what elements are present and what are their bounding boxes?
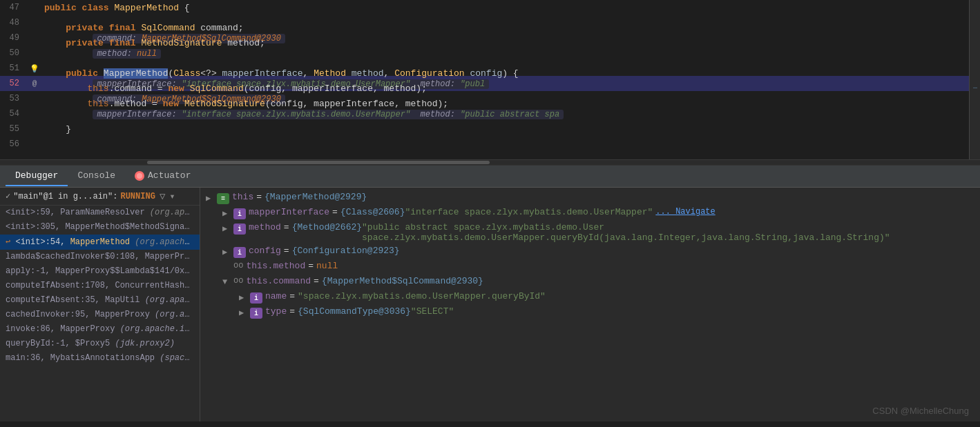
frame-item-9[interactable]: invoke:86, MapperProxy (org.apache.ibati…: [0, 322, 200, 337]
tab-debugger-label: Debugger: [15, 170, 58, 181]
var-value-type-ref: {SqlCommandType@3036}: [298, 306, 411, 317]
tab-console[interactable]: Console: [68, 166, 125, 186]
frame-item-1[interactable]: <init>:59, ParamNameResolver (org.apache…: [0, 206, 200, 220]
var-name-type: type: [265, 306, 287, 317]
var-name-mapperInterface: mapperInterface: [249, 207, 329, 217]
var-icon-this: =: [217, 193, 229, 204]
var-name-this: this: [232, 192, 253, 202]
tab-console-label: Console: [77, 170, 115, 181]
frame-item-6[interactable]: computeIfAbsent:1708, ConcurrentHashMa.: [0, 279, 200, 293]
var-row-this-method[interactable]: ▶ oo this.method = null: [200, 259, 980, 275]
var-value-type-str: "SELECT": [411, 306, 454, 317]
var-icon-type: i: [250, 308, 262, 319]
expand-icon-method[interactable]: ▶: [222, 222, 233, 234]
var-value-method: {Method@2662}: [292, 222, 362, 232]
horizontal-scrollbar[interactable]: [0, 159, 980, 165]
var-icon-mapperInterface: i: [233, 208, 246, 219]
expand-icon-config[interactable]: ▶: [222, 246, 233, 257]
var-icon-name: i: [250, 292, 262, 304]
var-row-name[interactable]: ▶ i name = "space.zlyx.mybatis.demo.User…: [200, 290, 980, 305]
panel-tabs: Debugger Console Actuator: [0, 166, 980, 188]
var-value-config: {Configuration@2923}: [292, 246, 400, 256]
bottom-panel: Debugger Console Actuator ✓ "main"@1 in …: [0, 166, 980, 421]
expand-icon-this[interactable]: ▶: [206, 192, 217, 203]
var-value-this-command: {MapperMethod$SqlCommand@2930}: [322, 276, 483, 286]
var-value-mapperInterface: {Class@2606}: [340, 207, 405, 217]
arrow-down-icon[interactable]: ▾: [169, 190, 175, 202]
var-icon-config: i: [233, 247, 246, 258]
code-line-55: 55 }: [0, 121, 980, 137]
frames-panel: ✓ "main"@1 in g...ain": RUNNING ▽ ▾ <ini…: [0, 188, 200, 421]
expand-icon-name[interactable]: ▶: [239, 291, 250, 303]
navigate-link-mapperInterface[interactable]: ... Navigate: [655, 207, 715, 217]
code-line-50: 50 private final MethodSignature method;…: [0, 46, 980, 61]
frame-item-11[interactable]: main:36, MybatisAnnotationsApp (space.zl…: [0, 351, 200, 366]
frame-item-4[interactable]: lambda$cachedInvoker$0:108, MapperPro.: [0, 250, 200, 264]
var-value-this: {MapperMethod@2929}: [265, 192, 367, 202]
var-value-name: "space.zlyx.mybatis.demo.UserMapper.quer…: [298, 291, 546, 301]
tab-actuator[interactable]: Actuator: [125, 166, 200, 186]
expand-icon-type[interactable]: ▶: [239, 306, 250, 318]
var-row-mapperInterface[interactable]: ▶ i mapperInterface = {Class@2606} "inte…: [200, 206, 980, 221]
tab-debugger[interactable]: Debugger: [6, 166, 68, 186]
frames-header: ✓ "main"@1 in g...ain": RUNNING ▽ ▾: [0, 188, 200, 206]
watermark: CSDN @MichelleChung: [872, 406, 969, 416]
frame-item-10[interactable]: queryById:-1, $Proxy5 (jdk.proxy2): [0, 337, 200, 351]
oo-prefix-2: oo: [233, 276, 243, 286]
code-line-54: 54 this.method = new MethodSignature(con…: [0, 106, 980, 121]
var-value-this-method: null: [316, 261, 338, 271]
var-icon-method: i: [233, 224, 246, 235]
code-line-47: 47 public class MapperMethod {: [0, 0, 980, 15]
frame-item-7[interactable]: computeIfAbsent:35, MapUtil (org.apache.…: [0, 293, 200, 308]
expand-icon-this-command[interactable]: ▼: [222, 276, 233, 287]
thread-name: "main"@1 in g...ain":: [13, 192, 117, 201]
panel-body: ✓ "main"@1 in g...ain": RUNNING ▽ ▾ <ini…: [0, 188, 980, 421]
expand-icon-mapperInterface[interactable]: ▶: [222, 207, 233, 219]
var-row-this-command[interactable]: ▼ oo this.command = {MapperMethod$SqlCom…: [200, 275, 980, 290]
var-name-config: config: [249, 246, 281, 256]
var-string-mapperInterface: "interface space.zlyx.mybatis.demo.UserM…: [405, 207, 653, 217]
thread-label: ✓ "main"@1 in g...ain": RUNNING: [6, 191, 155, 201]
running-badge: RUNNING: [120, 192, 155, 201]
check-icon: ✓: [6, 191, 10, 201]
var-name-this-method: this.method: [246, 261, 305, 271]
frame-item-8[interactable]: cachedInvoker:95, MapperProxy (org.apach…: [0, 308, 200, 322]
var-string-method: "public abstract space.zlyx.mybatis.demo…: [362, 222, 974, 243]
vars-panel: ▶ = this = {MapperMethod@2929} ▶ i mappe…: [200, 188, 980, 421]
oo-prefix-1: oo: [233, 261, 243, 270]
actuator-icon: [135, 171, 144, 181]
code-line-56: 56: [0, 137, 980, 152]
var-row-type[interactable]: ▶ i type = {SqlCommandType@3036} "SELECT…: [200, 305, 980, 320]
code-lines: 47 public class MapperMethod { 48 49 pri…: [0, 0, 980, 152]
frame-item-3[interactable]: ↩ <init>:54, MapperMethod (org.apache.ib…: [0, 235, 200, 250]
var-name-name: name: [265, 291, 287, 301]
tab-actuator-label: Actuator: [148, 170, 191, 181]
frame-item-2[interactable]: <init>:305, MapperMethod$MethodSignat.: [0, 220, 200, 235]
code-editor: 47 public class MapperMethod { 48 49 pri…: [0, 0, 980, 166]
var-name-this-command: this.command: [246, 276, 311, 286]
var-name-method: method: [249, 222, 281, 232]
var-row-method[interactable]: ▶ i method = {Method@2662} "public abstr…: [200, 221, 980, 244]
scrollbar-right: …: [969, 0, 980, 166]
frame-item-5[interactable]: apply:-1, MapperProxy$$Lambda$141/0x0.: [0, 264, 200, 279]
var-row-this[interactable]: ▶ = this = {MapperMethod@2929}: [200, 190, 980, 206]
var-row-config[interactable]: ▶ i config = {Configuration@2923}: [200, 244, 980, 259]
filter-icon[interactable]: ▽: [160, 190, 165, 202]
